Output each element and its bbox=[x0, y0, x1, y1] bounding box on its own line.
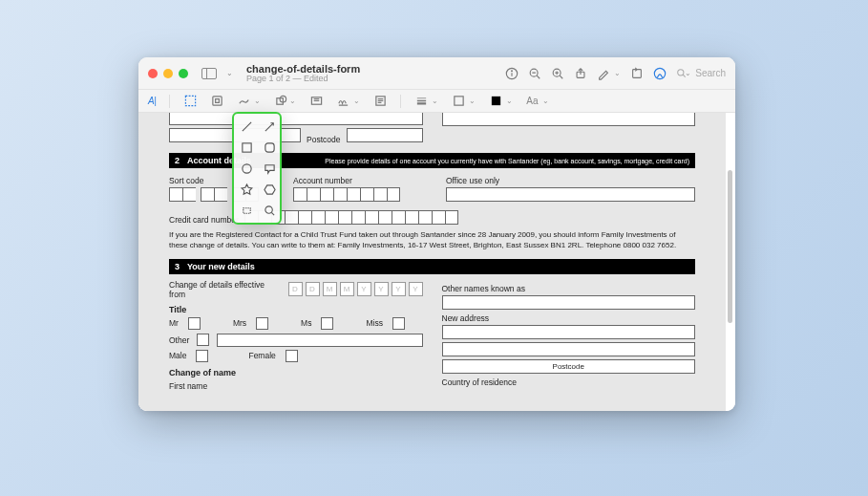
select-tool-icon[interactable] bbox=[183, 95, 197, 108]
mrs-checkbox[interactable] bbox=[256, 317, 268, 330]
text-style-button[interactable]: A| bbox=[148, 96, 156, 106]
shapes-tool-button[interactable]: ⌄ bbox=[274, 95, 296, 108]
title-block: change-of-details-form Page 1 of 2 — Edi… bbox=[246, 63, 499, 84]
svg-rect-15 bbox=[185, 96, 195, 105]
change-name-heading: Change of name bbox=[169, 368, 423, 377]
salary-field[interactable] bbox=[442, 113, 696, 126]
minimize-button[interactable] bbox=[163, 69, 173, 78]
shape-rounded-square-icon[interactable] bbox=[263, 140, 276, 154]
credit-card-label: Credit card number bbox=[169, 215, 239, 225]
mr-label: Mr bbox=[169, 318, 179, 328]
note-icon[interactable] bbox=[373, 95, 387, 108]
postcode-field[interactable] bbox=[347, 128, 423, 142]
shape-burst-icon[interactable] bbox=[240, 204, 253, 217]
shape-speech-bubble-icon[interactable] bbox=[263, 162, 276, 175]
lasso-tool-icon[interactable] bbox=[210, 95, 223, 108]
office-use-label: Office use only bbox=[446, 176, 695, 185]
miss-label: Miss bbox=[366, 318, 382, 328]
svg-line-33 bbox=[265, 122, 272, 130]
document-title: change-of-details-form bbox=[246, 63, 499, 75]
female-checkbox[interactable] bbox=[286, 350, 298, 362]
shape-hexagon-icon[interactable] bbox=[263, 183, 276, 196]
shape-line-icon[interactable] bbox=[240, 119, 253, 133]
new-address-field[interactable] bbox=[442, 325, 696, 339]
new-address-field[interactable] bbox=[442, 342, 696, 356]
line-style-icon[interactable] bbox=[414, 95, 428, 108]
new-address-postcode-field[interactable]: Postcode bbox=[442, 359, 696, 374]
effective-date-field[interactable]: D D M M Y Y Y Y bbox=[288, 282, 423, 296]
svg-point-38 bbox=[265, 205, 271, 212]
postcode-inline-label: Postcode bbox=[553, 362, 584, 371]
svg-line-39 bbox=[271, 212, 274, 215]
shape-circle-icon[interactable] bbox=[240, 162, 253, 175]
section-number: 3 bbox=[175, 262, 180, 271]
font-chevron-icon[interactable]: ⌄ bbox=[542, 97, 549, 105]
sidebar-toggle-icon[interactable] bbox=[201, 68, 217, 79]
shape-square-icon[interactable] bbox=[240, 140, 253, 154]
info-icon[interactable] bbox=[505, 67, 519, 80]
shape-star-icon[interactable] bbox=[240, 183, 253, 196]
shapes-chevron-icon: ⌄ bbox=[289, 97, 296, 105]
svg-rect-35 bbox=[265, 142, 273, 151]
svg-rect-37 bbox=[243, 207, 249, 213]
ms-checkbox[interactable] bbox=[321, 317, 333, 330]
svg-point-13 bbox=[678, 70, 684, 75]
vertical-scrollbar[interactable] bbox=[728, 170, 732, 323]
markup-pen-icon[interactable] bbox=[597, 67, 610, 80]
highlight-icon[interactable] bbox=[653, 67, 667, 80]
pdf-page: Postcode What is your gross annual salar… bbox=[138, 113, 726, 411]
zoom-in-icon[interactable] bbox=[551, 67, 564, 80]
new-address-label: New address bbox=[442, 313, 696, 323]
svg-rect-34 bbox=[242, 142, 250, 151]
preview-window: ⌄ change-of-details-form Page 1 of 2 — E… bbox=[138, 57, 735, 411]
first-name-label: First name bbox=[169, 381, 423, 391]
share-icon[interactable] bbox=[574, 67, 587, 80]
svg-line-4 bbox=[538, 75, 540, 78]
office-use-field[interactable] bbox=[446, 187, 695, 202]
mrs-label: Mrs bbox=[233, 318, 246, 328]
document-viewport[interactable]: Postcode What is your gross annual salar… bbox=[138, 113, 735, 411]
sidebar-chevron-icon[interactable]: ⌄ bbox=[226, 69, 233, 77]
sign-icon[interactable] bbox=[336, 95, 349, 108]
titlebar: ⌄ change-of-details-form Page 1 of 2 — E… bbox=[138, 57, 735, 90]
shape-loupe-icon[interactable] bbox=[263, 204, 276, 217]
line-style-chevron-icon[interactable]: ⌄ bbox=[432, 97, 438, 105]
svg-rect-16 bbox=[213, 97, 222, 105]
mr-checkbox[interactable] bbox=[188, 317, 201, 330]
other-checkbox[interactable] bbox=[197, 334, 209, 346]
sketch-tool-icon[interactable] bbox=[237, 95, 250, 108]
male-label: Male bbox=[169, 351, 186, 360]
trust-fund-notice: If you are the Registered Contact for a … bbox=[169, 230, 695, 251]
svg-rect-11 bbox=[633, 69, 642, 77]
miss-checkbox[interactable] bbox=[392, 317, 405, 330]
account-number-field[interactable] bbox=[293, 187, 427, 202]
text-box-icon[interactable] bbox=[309, 95, 323, 108]
sketch-chevron-icon[interactable]: ⌄ bbox=[254, 97, 261, 105]
svg-rect-31 bbox=[492, 97, 500, 105]
address-line-field[interactable] bbox=[169, 113, 423, 125]
zoom-out-icon[interactable] bbox=[528, 67, 541, 80]
fill-color-icon[interactable] bbox=[489, 95, 502, 108]
other-label: Other bbox=[169, 335, 189, 345]
border-color-icon[interactable] bbox=[452, 95, 465, 108]
close-button[interactable] bbox=[148, 69, 158, 78]
shapes-icon bbox=[274, 95, 287, 108]
male-checkbox[interactable] bbox=[196, 350, 208, 362]
rotate-icon[interactable] bbox=[630, 67, 644, 80]
border-chevron-icon[interactable]: ⌄ bbox=[469, 97, 476, 105]
female-label: Female bbox=[248, 351, 275, 360]
other-names-field[interactable] bbox=[442, 295, 696, 310]
shape-arrow-icon[interactable] bbox=[263, 119, 276, 133]
shapes-popover bbox=[232, 112, 282, 225]
fill-chevron-icon[interactable]: ⌄ bbox=[506, 97, 513, 105]
sign-chevron-icon[interactable]: ⌄ bbox=[353, 97, 360, 105]
search-field[interactable]: ⌄ Search bbox=[676, 68, 726, 78]
font-button[interactable]: Aa bbox=[526, 96, 538, 106]
section-title: Your new details bbox=[187, 262, 255, 271]
account-number-label: Account number bbox=[293, 176, 427, 185]
other-title-field[interactable] bbox=[217, 334, 422, 347]
zoom-button[interactable] bbox=[179, 69, 188, 78]
title-heading: Title bbox=[169, 305, 423, 314]
markup-chevron-icon[interactable]: ⌄ bbox=[614, 69, 621, 77]
search-chevron-icon: ⌄ bbox=[685, 69, 691, 77]
